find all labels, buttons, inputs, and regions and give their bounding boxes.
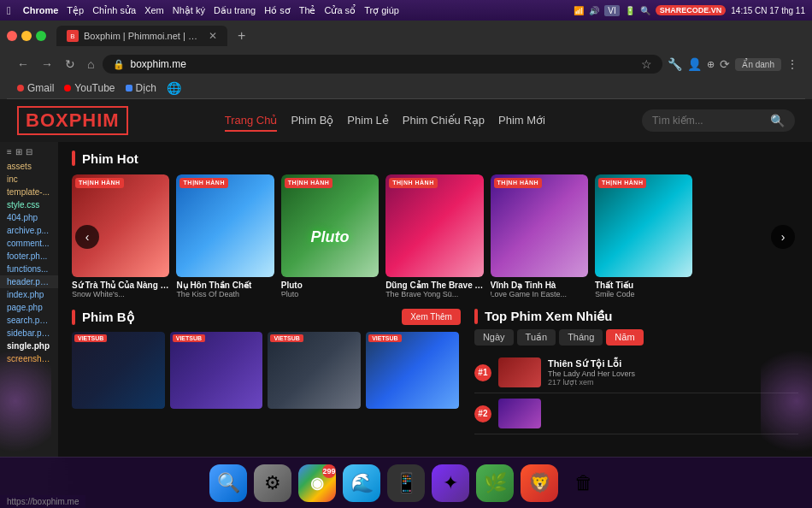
nav-new[interactable]: Phim Mới <box>498 110 545 132</box>
guest-profile[interactable]: ⊕ <box>707 59 715 70</box>
nav-movie[interactable]: Phim Lẻ <box>347 110 388 132</box>
file-comment[interactable]: comment... <box>0 237 58 250</box>
close-button[interactable] <box>7 31 17 41</box>
carousel-next-button[interactable]: › <box>771 225 795 249</box>
file-sidebar-php[interactable]: sidebar.ph... <box>0 327 58 340</box>
menu-view[interactable]: Xem <box>144 5 164 15</box>
chrome-menu[interactable]: Chrome <box>23 5 59 15</box>
menu-tab[interactable]: Thẻ <box>299 5 316 16</box>
browser-chrome: B Boxphim | Phimmoi.net | Xem... ✕ + ← →… <box>0 21 812 99</box>
bookmark-translate[interactable]: Dịch <box>126 82 156 94</box>
file-functions[interactable]: functions... <box>0 263 58 275</box>
file-404[interactable]: 404.php <box>0 211 58 224</box>
file-template[interactable]: template-... <box>0 186 58 198</box>
file-single[interactable]: single.php <box>0 340 58 352</box>
file-archive[interactable]: archive.p... <box>0 224 58 237</box>
anime-card-2[interactable]: VIETSUB <box>170 332 263 409</box>
bookmark-youtube[interactable]: YouTube <box>64 82 115 94</box>
movie-grid: THỊNH HÀNH Sứ Trà Thủ Của Nàng Bạch Tuyế… <box>72 174 798 298</box>
file-search[interactable]: search.ph... <box>0 314 58 327</box>
file-screenshots[interactable]: screenshots... <box>0 352 58 365</box>
home-button[interactable]: ⌂ <box>84 56 97 73</box>
dock-chrome[interactable]: ◉ 299 <box>298 464 336 502</box>
anime-card-3[interactable]: VIETSUB <box>268 332 361 409</box>
movie-poster-2: THỊNH HÀNH <box>176 174 274 277</box>
address-bar[interactable]: 🔒 boxphim.me ☆ <box>103 55 662 74</box>
movie-subtitle-1: Snow White's... <box>72 290 169 298</box>
site-logo[interactable]: BOXPHIM <box>17 106 128 135</box>
sidebar-collapse[interactable]: ⊟ <box>26 147 32 157</box>
movie-card-5[interactable]: THỊNH HÀNH Vĩnh Dạ Tinh Hà Love Game In … <box>491 174 588 298</box>
movie-card-4[interactable]: THỊNH HÀNH Dũng Cảm The Brave Yong The B… <box>385 174 483 298</box>
dock-green-app[interactable]: 🌿 <box>476 464 514 502</box>
maximize-button[interactable] <box>36 31 46 41</box>
carousel-prev-button[interactable]: ‹ <box>75 225 99 249</box>
movie-card-3[interactable]: THỊNH HÀNH Pluto Pluto Pluto <box>281 174 379 298</box>
dock-finder[interactable]: 🔍 <box>209 464 247 502</box>
dock-brave[interactable]: 🦁 <box>521 464 558 502</box>
minimize-button[interactable] <box>21 31 32 41</box>
more-button[interactable]: ⋮ <box>786 57 798 71</box>
apple-logo[interactable]:  <box>7 4 11 17</box>
menu-history[interactable]: Nhật ký <box>173 5 205 16</box>
vi-badge: VI <box>604 5 619 16</box>
menu-file[interactable]: Tệp <box>67 5 84 16</box>
search-icon[interactable]: 🔍 <box>640 6 650 15</box>
movie-title-3: Pluto <box>281 281 379 290</box>
profile-button[interactable]: 👤 <box>687 57 702 71</box>
nav-series[interactable]: Phim Bộ <box>291 110 333 132</box>
vietsub-badge-4: VIETSUB <box>368 334 401 342</box>
movie-card-2[interactable]: THỊNH HÀNH Nụ Hôn Thần Chết The Kiss Of … <box>176 174 274 298</box>
file-footer[interactable]: footer.ph... <box>0 250 58 263</box>
new-tab-button[interactable]: + <box>231 28 252 44</box>
nav-theater[interactable]: Phim Chiếu Rạp <box>403 110 485 132</box>
dock-purple-app[interactable]: ✦ <box>432 464 469 502</box>
tab-thang[interactable]: Tháng <box>559 329 603 346</box>
dock-trash[interactable]: 🗑 <box>565 464 603 502</box>
top-movie-item-1[interactable]: #1 Thiên Sứ Tội Lỗi The Lady And Her Lov… <box>474 352 798 393</box>
anime-card-1[interactable]: VIETSUB <box>72 332 165 409</box>
back-button[interactable]: ← <box>14 56 32 73</box>
phim-hot-title: Phim Hot <box>72 151 798 166</box>
file-assets[interactable]: assets <box>0 160 58 173</box>
sync-icon[interactable]: ⟳ <box>720 57 730 71</box>
anime-card-4[interactable]: VIETSUB <box>366 332 459 409</box>
menu-edit[interactable]: Chỉnh sửa <box>92 5 136 16</box>
bookmark-gmail[interactable]: Gmail <box>17 82 54 94</box>
menu-window[interactable]: Cửa sổ <box>325 5 356 16</box>
menu-help[interactable]: Trợ giúp <box>364 5 399 16</box>
sidebar-expand[interactable]: ⊞ <box>15 147 22 157</box>
trending-badge-3: THỊNH HÀNH <box>285 178 333 188</box>
search-input[interactable] <box>652 115 763 127</box>
translate-label: Dịch <box>136 82 156 94</box>
search-submit-icon[interactable]: 🔍 <box>770 114 785 127</box>
phim-bo-bar <box>72 310 75 325</box>
file-header[interactable]: header.ph... <box>0 275 58 288</box>
xem-them-button[interactable]: Xem Thêm <box>402 309 461 325</box>
file-index[interactable]: index.php <box>0 288 58 301</box>
movie-card-6[interactable]: THỊNH HÀNH Thất Tiếu Smile Code <box>595 174 692 298</box>
extensions-button[interactable]: 🔧 <box>668 57 682 71</box>
top-movie-item-2[interactable]: #2 <box>474 393 798 434</box>
reload-button[interactable]: ↻ <box>62 56 79 73</box>
menu-bookmarks[interactable]: Dấu trang <box>214 5 256 16</box>
menu-profile[interactable]: Hồ sơ <box>264 5 291 16</box>
file-inc[interactable]: inc <box>0 173 58 186</box>
section-bar <box>72 151 75 166</box>
dock-settings[interactable]: ⚙ <box>254 464 291 502</box>
file-style[interactable]: style.css <box>0 198 58 211</box>
bookmark-star-icon[interactable]: ☆ <box>641 57 652 71</box>
file-page[interactable]: page.php <box>0 301 58 314</box>
dock-blue-app[interactable]: 🌊 <box>343 464 380 502</box>
anime-poster-1 <box>72 332 165 409</box>
trending-badge-2: THỊNH HÀNH <box>179 178 228 188</box>
nav-home[interactable]: Trang Chủ <box>225 110 278 132</box>
tab-close-icon[interactable]: ✕ <box>209 30 217 42</box>
tab-bar: B Boxphim | Phimmoi.net | Xem... ✕ + <box>7 26 805 46</box>
active-tab[interactable]: B Boxphim | Phimmoi.net | Xem... ✕ <box>56 26 227 46</box>
tab-nam[interactable]: Năm <box>606 329 643 346</box>
tab-ngay[interactable]: Ngày <box>474 329 514 346</box>
dock-phone[interactable]: 📱 <box>387 464 425 502</box>
forward-button[interactable]: → <box>38 56 56 73</box>
tab-tuan[interactable]: Tuần <box>517 329 556 346</box>
